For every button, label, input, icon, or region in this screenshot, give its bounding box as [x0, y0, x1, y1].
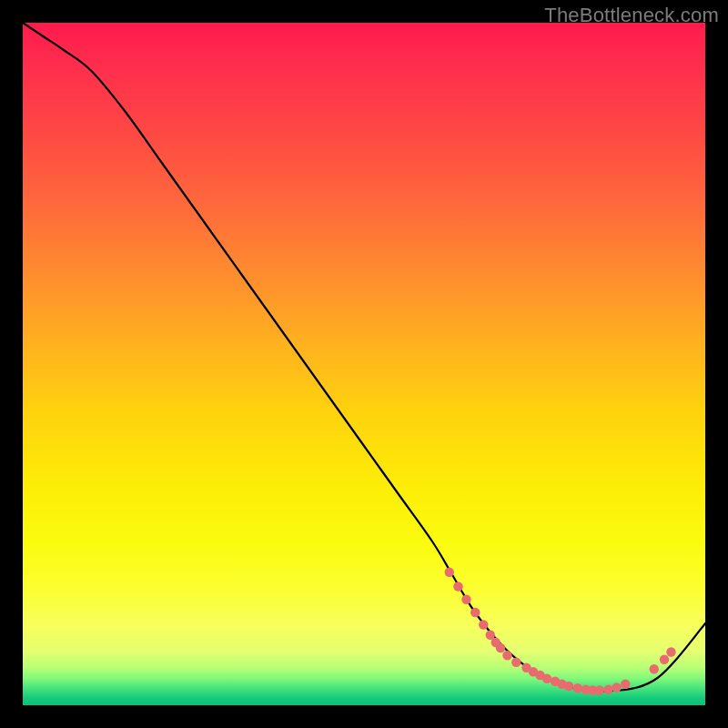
curve-marker: [621, 680, 630, 689]
curve-marker: [666, 647, 675, 656]
curve-marker: [603, 685, 612, 694]
curve-marker: [479, 620, 488, 629]
curve-layer: [23, 23, 705, 705]
chart-frame: TheBottleneck.com: [0, 0, 728, 728]
bottleneck-curve: [23, 23, 705, 691]
curve-marker: [595, 685, 604, 694]
curve-markers: [445, 568, 676, 695]
plot-area: [23, 23, 705, 705]
curve-marker: [453, 581, 462, 591]
curve-marker: [573, 683, 582, 693]
curve-marker: [470, 608, 480, 617]
curve-marker: [612, 682, 621, 692]
curve-marker: [511, 658, 521, 667]
curve-marker: [564, 682, 573, 691]
curve-marker: [502, 651, 511, 660]
curve-marker: [542, 674, 551, 683]
curve-marker: [445, 568, 454, 577]
curve-marker: [650, 664, 659, 673]
curve-marker: [496, 643, 505, 652]
curve-marker: [660, 655, 669, 664]
curve-marker: [461, 595, 470, 604]
